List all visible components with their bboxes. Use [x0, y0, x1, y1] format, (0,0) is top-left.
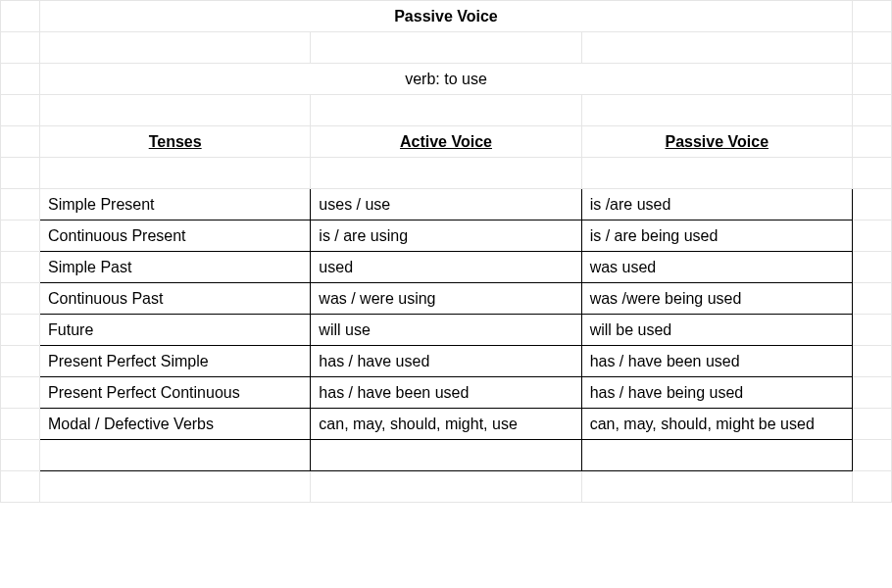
subtitle: verb: to use: [40, 64, 853, 95]
empty-cell: [852, 377, 891, 409]
empty-cell: [852, 126, 891, 158]
table-cell-tense: Continuous Present: [40, 220, 311, 252]
empty-cell: [311, 440, 581, 471]
empty-cell: [852, 252, 891, 283]
empty-cell: [852, 346, 891, 377]
empty-cell: [40, 471, 311, 503]
empty-cell: [40, 440, 311, 471]
empty-cell: [852, 189, 891, 220]
empty-cell: [1, 471, 40, 503]
empty-cell: [852, 220, 891, 252]
spreadsheet-grid: Passive Voice verb: to use Tenses Active…: [0, 0, 892, 503]
table-cell-tense: Simple Past: [40, 252, 311, 283]
empty-cell: [311, 471, 581, 503]
empty-cell: [852, 283, 891, 315]
empty-cell: [1, 377, 40, 409]
empty-cell: [1, 409, 40, 440]
empty-cell: [852, 315, 891, 346]
empty-cell: [40, 158, 311, 189]
table-cell-tense: Future: [40, 315, 311, 346]
table-cell-active: uses / use: [311, 189, 581, 220]
column-header-tenses: Tenses: [40, 126, 311, 158]
empty-cell: [1, 95, 40, 126]
table-cell-passive: can, may, should, might be used: [581, 409, 852, 440]
empty-cell: [1, 189, 40, 220]
empty-cell: [581, 158, 852, 189]
empty-cell: [1, 126, 40, 158]
empty-cell: [1, 440, 40, 471]
table-cell-active: has / have been used: [311, 377, 581, 409]
empty-cell: [40, 95, 311, 126]
table-cell-active: will use: [311, 315, 581, 346]
empty-cell: [1, 32, 40, 64]
table-cell-passive: has / have been used: [581, 346, 852, 377]
table-cell-active: can, may, should, might, use: [311, 409, 581, 440]
empty-cell: [1, 158, 40, 189]
empty-cell: [581, 32, 852, 64]
table-cell-passive: is / are being used: [581, 220, 852, 252]
empty-cell: [311, 158, 581, 189]
empty-cell: [1, 1, 40, 32]
empty-cell: [852, 1, 891, 32]
empty-cell: [852, 158, 891, 189]
empty-cell: [1, 315, 40, 346]
empty-cell: [1, 64, 40, 95]
empty-cell: [311, 95, 581, 126]
empty-cell: [1, 220, 40, 252]
table-cell-tense: Modal / Defective Verbs: [40, 409, 311, 440]
empty-cell: [852, 95, 891, 126]
table-cell-active: has / have used: [311, 346, 581, 377]
empty-cell: [852, 64, 891, 95]
empty-cell: [852, 409, 891, 440]
page-title: Passive Voice: [40, 1, 853, 32]
empty-cell: [311, 32, 581, 64]
table-cell-passive: was used: [581, 252, 852, 283]
table-cell-passive: has / have being used: [581, 377, 852, 409]
table-cell-active: was / were using: [311, 283, 581, 315]
table-cell-tense: Present Perfect Continuous: [40, 377, 311, 409]
empty-cell: [581, 95, 852, 126]
empty-cell: [852, 32, 891, 64]
table-cell-active: is / are using: [311, 220, 581, 252]
table-cell-tense: Continuous Past: [40, 283, 311, 315]
empty-cell: [1, 346, 40, 377]
table-cell-passive: was /were being used: [581, 283, 852, 315]
empty-cell: [581, 471, 852, 503]
table-cell-passive: will be used: [581, 315, 852, 346]
table-cell-active: used: [311, 252, 581, 283]
table-cell-tense: Present Perfect Simple: [40, 346, 311, 377]
empty-cell: [40, 32, 311, 64]
column-header-active: Active Voice: [311, 126, 581, 158]
column-header-passive: Passive Voice: [581, 126, 852, 158]
empty-cell: [852, 440, 891, 471]
table-cell-tense: Simple Present: [40, 189, 311, 220]
empty-cell: [581, 440, 852, 471]
empty-cell: [1, 283, 40, 315]
empty-cell: [852, 471, 891, 503]
empty-cell: [1, 252, 40, 283]
table-cell-passive: is /are used: [581, 189, 852, 220]
